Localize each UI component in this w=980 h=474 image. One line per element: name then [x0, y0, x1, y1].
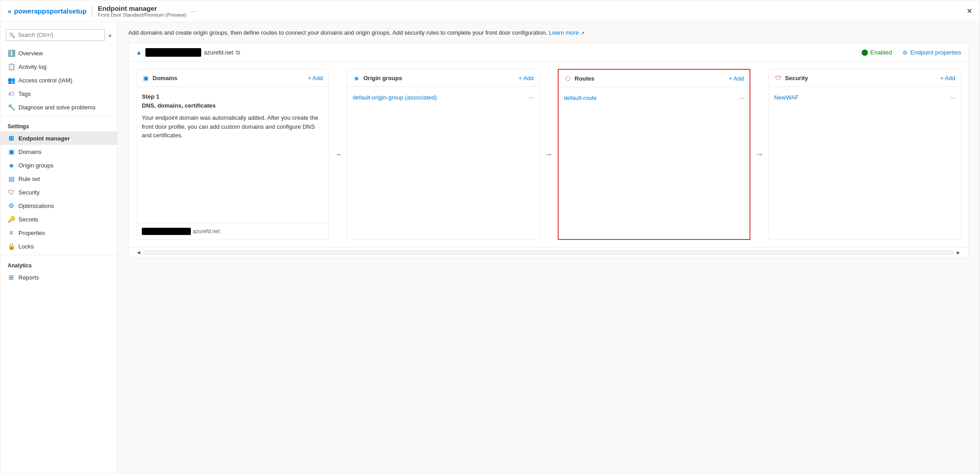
content-area: Add domains and create origin groups, th…: [117, 22, 980, 474]
scroll-right-button[interactable]: ►: [956, 249, 961, 256]
sidebar-item-activity-log[interactable]: 📋 Activity log: [0, 60, 117, 73]
security-more-button[interactable]: ···: [950, 94, 955, 101]
sidebar-item-endpoint-manager[interactable]: ⊞ Endpoint manager: [0, 131, 117, 145]
collapse-endpoint-icon[interactable]: ▲: [136, 49, 142, 56]
logo-chevrons: »: [8, 7, 10, 15]
footer-domain-suffix: azurefd.net: [193, 228, 220, 235]
security-item-link[interactable]: NewWAF: [774, 94, 799, 101]
origin-groups-col-title: Origin groups: [363, 75, 516, 81]
resource-title: Endpoint manager: [98, 5, 186, 12]
sidebar-item-domains[interactable]: ▣ Domains: [0, 145, 117, 158]
copy-endpoint-button[interactable]: ⧉: [236, 49, 240, 56]
access-control-icon: 👥: [8, 77, 15, 84]
scrollbar-container: ◄ ►: [129, 247, 968, 257]
security-col-icon: 🛡: [774, 74, 782, 82]
endpoint-card: ▲ ██████████ azurefd.net ⧉ Enabled ⊜: [128, 43, 969, 258]
main-layout: 🔍 « ℹ️ Overview 📋 Activity log 👥 Access …: [0, 22, 980, 474]
sidebar-nav: ℹ️ Overview 📋 Activity log 👥 Access cont…: [0, 45, 117, 286]
domains-col-title: Domains: [153, 75, 305, 81]
security-column-body: NewWAF ···: [769, 87, 961, 239]
sidebar-item-secrets[interactable]: 🔑 Secrets: [0, 212, 117, 226]
rule-set-icon: ▤: [8, 175, 15, 182]
sidebar-item-label: Endpoint manager: [18, 135, 70, 142]
step-subtitle: DNS, domains, certificates: [142, 101, 323, 110]
sidebar-item-optimizations[interactable]: ⚙ Optimizations: [0, 199, 117, 212]
origin-groups-col-icon: ◈: [352, 74, 361, 82]
routes-card: ⬡ Routes + Add default-route ···: [558, 69, 750, 240]
settings-section-label: Settings: [0, 118, 117, 131]
origin-group-link[interactable]: default-origin-group (associated): [352, 94, 437, 101]
sidebar-item-label: Locks: [18, 243, 34, 250]
analytics-section-label: Analytics: [0, 257, 117, 271]
topbar-resource: Endpoint manager Front Door Standard/Pre…: [98, 5, 186, 18]
domains-column-header: ▣ Domains + Add: [136, 69, 328, 87]
arrow-1: →: [329, 69, 347, 240]
scrollbar-track[interactable]: [143, 250, 954, 255]
domains-column-body: Step 1 DNS, domains, certificates Your e…: [136, 87, 328, 223]
domain-footer: ██████████ azurefd.net: [136, 223, 328, 239]
origin-groups-card: ◈ Origin groups + Add default-origin-gro…: [347, 69, 539, 240]
activity-log-icon: 📋: [8, 63, 15, 70]
sidebar-item-label: Activity log: [18, 63, 46, 70]
sidebar-item-label: Security: [18, 189, 40, 196]
endpoint-status: Enabled: [862, 49, 892, 56]
arrow-2: →: [540, 69, 558, 240]
domains-sidebar-icon: ▣: [8, 148, 15, 155]
sidebar-item-tags[interactable]: 🏷 Tags: [0, 87, 117, 100]
domains-add-button[interactable]: + Add: [308, 75, 323, 81]
sidebar-item-diagnose[interactable]: 🔧 Diagnose and solve problems: [0, 100, 117, 114]
endpoint-grid: ▣ Domains + Add Step 1 DNS, domains, cer…: [129, 62, 968, 247]
sidebar-item-label: Properties: [18, 230, 45, 236]
origin-groups-add-button[interactable]: + Add: [519, 75, 534, 81]
route-link[interactable]: default-route: [564, 95, 597, 101]
sidebar-item-label: Tags: [18, 90, 31, 97]
scroll-left-button[interactable]: ◄: [136, 249, 141, 256]
domains-card: ▣ Domains + Add Step 1 DNS, domains, cer…: [136, 69, 329, 240]
sidebar-item-label: Origin groups: [18, 162, 54, 169]
endpoint-redacted: ██████████: [145, 48, 201, 57]
routes-column-header: ⬡ Routes + Add: [559, 70, 750, 87]
sidebar-item-reports[interactable]: ⊞ Reports: [0, 271, 117, 284]
sidebar-item-overview[interactable]: ℹ️ Overview: [0, 46, 117, 60]
route-more-button[interactable]: ···: [739, 95, 744, 101]
security-sidebar-icon: 🛡: [8, 189, 15, 196]
sidebar-item-access-control[interactable]: 👥 Access control (IAM): [0, 73, 117, 87]
topbar: » powerappsportalsetup Endpoint manager …: [0, 0, 980, 22]
collapse-button[interactable]: «: [108, 32, 112, 39]
sidebar-item-rule-set[interactable]: ▤ Rule set: [0, 172, 117, 185]
properties-settings-icon: ⊜: [903, 49, 908, 56]
diagnose-icon: 🔧: [8, 104, 15, 111]
list-item: NewWAF ···: [774, 92, 955, 103]
endpoint-properties-button[interactable]: ⊜ Endpoint properties: [903, 49, 961, 56]
learn-more-link[interactable]: Learn more: [549, 29, 578, 36]
close-button[interactable]: ✕: [966, 7, 972, 15]
sidebar-item-security[interactable]: 🛡 Security: [0, 185, 117, 199]
endpoint-name-block: ██████████ azurefd.net ⧉: [145, 48, 858, 57]
sidebar-item-label: Rule set: [18, 176, 40, 182]
origin-groups-column-body: default-origin-group (associated) ···: [347, 87, 539, 239]
topbar-ellipsis[interactable]: ···: [191, 8, 196, 14]
locks-icon: 🔒: [8, 243, 15, 250]
routes-col-title: Routes: [575, 75, 727, 82]
origin-group-more-button[interactable]: ···: [529, 94, 534, 101]
step-number: Step 1: [142, 92, 323, 101]
info-text: Add domains and create origin groups, th…: [128, 29, 547, 36]
sidebar-item-label: Secrets: [18, 216, 38, 223]
search-input[interactable]: [6, 29, 105, 41]
endpoint-manager-icon: ⊞: [8, 135, 15, 142]
step-info: Step 1 DNS, domains, certificates Your e…: [142, 92, 323, 140]
list-item: default-origin-group (associated) ···: [352, 92, 533, 103]
routes-col-icon: ⬡: [564, 74, 572, 82]
sidebar-item-label: Overview: [18, 50, 43, 57]
security-column-header: 🛡 Security + Add: [769, 69, 961, 87]
security-column: 🛡 Security + Add NewWAF ···: [768, 69, 961, 240]
app-shell: » powerappsportalsetup Endpoint manager …: [0, 0, 980, 474]
origin-groups-column: ◈ Origin groups + Add default-origin-gro…: [347, 69, 539, 240]
sidebar-item-locks[interactable]: 🔒 Locks: [0, 239, 117, 253]
origin-groups-column-header: ◈ Origin groups + Add: [347, 69, 539, 87]
sidebar-item-properties[interactable]: ≡ Properties: [0, 226, 117, 239]
arrow-3: →: [750, 69, 768, 240]
security-add-button[interactable]: + Add: [940, 75, 955, 81]
sidebar-item-origin-groups[interactable]: ◈ Origin groups: [0, 158, 117, 172]
routes-add-button[interactable]: + Add: [729, 75, 744, 82]
